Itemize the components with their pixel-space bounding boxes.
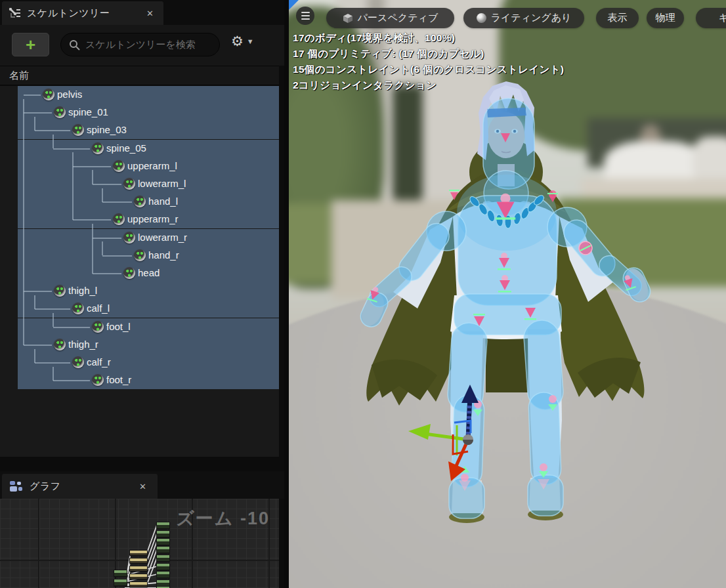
tree-connector [73,166,111,167]
bone-label: spine_03 [87,124,127,135]
graph-node[interactable] [114,570,127,577]
lit-sphere-icon [477,13,486,23]
physics-body-icon [72,124,84,136]
panel-splitter[interactable] [0,457,284,471]
tree-connector [53,135,54,148]
graph-node[interactable] [156,538,170,545]
character-label: キャ [719,12,726,24]
constraint-graph-canvas[interactable]: ズーム -10 [0,499,279,588]
tree-connector [24,291,52,292]
tree-connector [24,112,52,114]
tree-connector [34,117,35,131]
column-header-name: 名前 [9,70,29,82]
bone-label: hand_r [148,249,179,261]
character-button[interactable]: キャ [696,8,726,28]
tree-row-lowerarm_r[interactable]: lowerarm_r [18,229,279,247]
tree-row-hand_l[interactable]: hand_l [18,193,279,211]
cube-icon [343,13,353,24]
graph-node[interactable] [156,571,170,578]
tree-connector [92,224,93,274]
tree-connector [24,94,41,96]
physics-asset-editor: スケルトンツリー ✕ + スケルトンツリーを検索 ⚙ ▼ 名前 pelvissp… [0,0,726,588]
bone-label: thigh_r [68,339,98,350]
tree-column-header[interactable]: 名前 [0,66,279,85]
physics-body-icon [72,303,84,314]
physics-button[interactable]: 物理 [647,8,684,28]
tree-connector [93,184,121,185]
tree-connector [93,273,121,274]
tree-connector [102,201,132,203]
tree-row-calf_l[interactable]: calf_l [18,300,279,318]
graph-node[interactable] [156,563,170,570]
lit-mode-button[interactable]: ライティングあり [463,8,584,28]
bone-label: foot_l [106,321,131,332]
graph-node[interactable] [114,579,127,586]
graph-node[interactable] [129,574,148,579]
bone-label: thigh_l [68,285,97,296]
graph-node[interactable] [156,546,170,553]
physics-body-icon [72,356,84,368]
graph-node[interactable] [129,566,148,572]
physics-body-icon [54,285,66,297]
close-icon[interactable]: ✕ [143,7,157,20]
bone-label: upperarm_l [127,160,177,171]
lit-label: ライティングあり [491,12,572,24]
physics-body-icon [92,374,104,386]
tree-row-calf_r[interactable]: calf_r [18,354,279,371]
graph-node[interactable] [156,522,170,529]
tree-row-upperarm_l[interactable]: upperarm_l [18,158,279,175]
tree-row-hand_r[interactable]: hand_r [18,247,279,264]
skeleton-tree[interactable]: pelvisspine_01spine_03spine_05upperarm_l… [0,86,279,457]
tree-row-spine_05[interactable]: spine_05 [18,140,279,158]
tree-connector [35,308,70,310]
bone-label: calf_r [87,356,111,368]
tree-connector [53,148,90,150]
graph-tab-strip: グラフ ✕ [0,471,284,499]
tree-connector [72,152,74,220]
tab-label: スケルトンツリー [27,7,110,20]
tree-row-foot_r[interactable]: foot_r [18,371,279,389]
bone-label: lowerarm_r [138,232,187,243]
tree-row-thigh_r[interactable]: thigh_r [18,336,279,354]
tree-connector [102,242,103,255]
physics-body-icon [123,232,135,243]
tree-connector [92,170,93,184]
tree-row-head[interactable]: head [18,264,279,282]
tab-skeleton-tree[interactable]: スケルトンツリー ✕ [2,1,163,25]
tree-row-pelvis[interactable]: pelvis [18,86,279,104]
graph-node[interactable] [156,555,170,562]
viewport-stats: 17のボディ(17境界を検討、100%) 17 個のプリミティブ: (17 個の… [293,30,564,93]
physics-body-icon [134,196,146,207]
search-placeholder: スケルトンツリーを検索 [85,39,196,51]
tree-row-spine_03[interactable]: spine_03 [18,121,279,139]
show-button[interactable]: 表示 [596,8,639,28]
bone-label: hand_l [148,196,178,207]
search-input[interactable]: スケルトンツリーを検索 [60,33,220,56]
tree-row-spine_01[interactable]: spine_01 [18,104,279,121]
bone-label: head [138,267,160,278]
graph-node[interactable] [156,530,170,537]
skeleton-toolbar: + スケルトンツリーを検索 ⚙ ▼ [0,25,284,66]
tree-connector [53,367,54,381]
tree-settings-button[interactable]: ⚙ ▼ [231,34,254,48]
viewport-menu-button[interactable] [296,7,314,25]
graph-node[interactable] [129,550,148,556]
tree-row-lowerarm_l[interactable]: lowerarm_l [18,175,279,193]
tree-row-thigh_l[interactable]: thigh_l [18,282,279,300]
add-body-button[interactable]: + [12,33,49,56]
stats-collisions: 2コリジョンインタラクション [293,77,564,93]
tab-graph[interactable]: グラフ ✕ [2,474,158,499]
tree-connector [24,345,52,346]
graph-node[interactable] [129,581,148,587]
tree-connector [35,362,70,364]
tree-row-upperarm_r[interactable]: upperarm_r [18,211,279,228]
tree-row-foot_l[interactable]: foot_l [18,318,279,336]
gear-icon: ⚙ [231,34,244,48]
tree-connector [34,295,35,309]
viewport-3d[interactable]: パースペクティブ ライティングあり 表示 物理 キャ 17のボディ(17境界を検… [289,0,726,588]
perspective-button[interactable]: パースペクティブ [326,8,454,28]
search-icon [69,39,80,51]
perspective-label: パースペクティブ [358,12,438,24]
graph-node[interactable] [129,558,148,564]
close-icon[interactable]: ✕ [136,480,150,493]
